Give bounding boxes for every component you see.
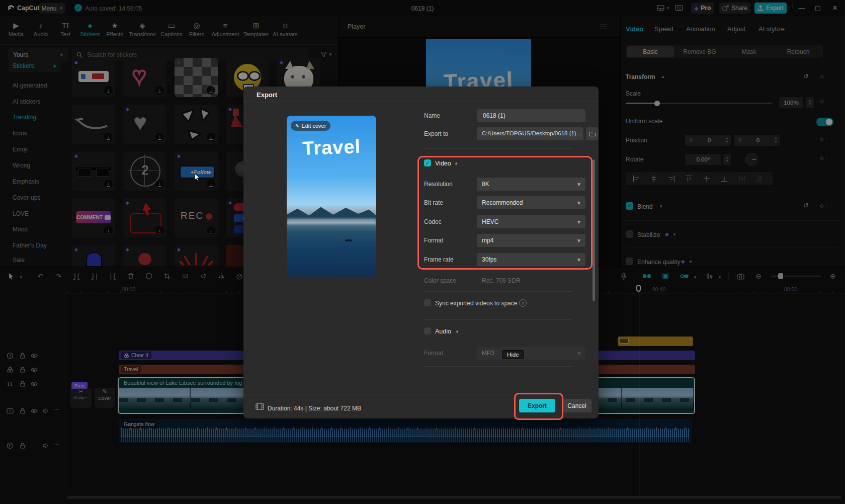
mouse-cursor [194,173,201,183]
chevron-down-icon: ▼ [576,351,581,356]
audio-format-select: MP3 ▼ [477,347,585,360]
pencil-icon: ✎ [295,123,299,129]
film-icon [256,403,264,412]
edit-cover-label: Edit cover [301,123,326,129]
name-label: Name [424,112,440,119]
audio-section-label: Audio [435,328,451,335]
cover-preview: Travel ✎ Edit cover [287,116,376,277]
sync-label: Sync exported videos to space [435,300,517,307]
audio-format-value: MP3 [482,350,576,357]
export-to-label: Export to [424,130,448,137]
export-to-field[interactable]: C:/Users/TOPGUS/Desktop/0618 (1).... [477,127,583,140]
edit-cover-button[interactable]: ✎ Edit cover [291,121,330,131]
cover-caption: Travel [287,135,376,160]
name-field[interactable] [477,109,585,122]
color-space-label: Color space [424,277,456,284]
annotation-video-settings [417,156,593,270]
color-space-value: Rec. 709 SDR [482,277,521,284]
name-input[interactable] [482,112,582,120]
dialog-title: Export [257,91,277,99]
dialog-scrollbar[interactable] [593,159,595,301]
audio-section-checkbox[interactable] [424,327,431,334]
collapse-icon[interactable]: ▲ [455,329,459,333]
export-summary: Duration: 44s | Size: about 722 MB [268,405,361,412]
sync-checkbox[interactable] [424,299,431,306]
audio-format-label: Format [424,350,443,357]
folder-icon [589,131,596,137]
browse-folder-button[interactable] [586,127,599,140]
capcut-window: CapCut Menu▼ ✓ Auto saved: 14:56:05 0618… [0,0,845,504]
annotation-export-button [514,393,563,420]
hide-tooltip: Hide [502,350,524,359]
help-icon[interactable]: ? [519,299,527,307]
export-path: C:/Users/TOPGUS/Desktop/0618 (1).... [482,130,578,136]
cancel-button[interactable]: Cancel [562,399,592,412]
